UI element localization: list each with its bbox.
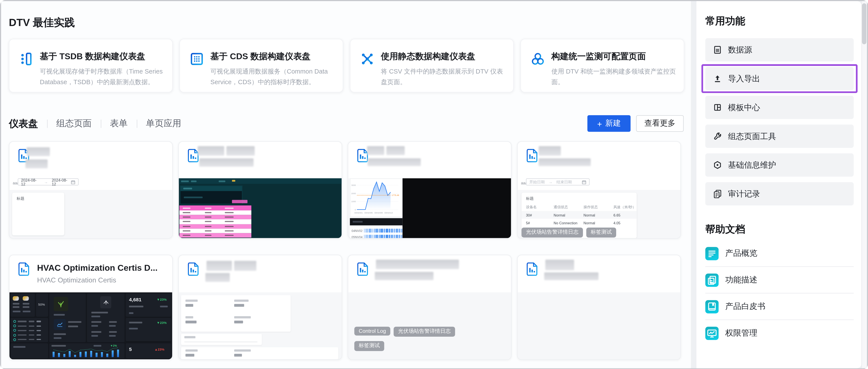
best-practice-card[interactable]: 使用静态数据构建仪表盘将 CSV 文件中的静态数据展示到 DTV 仪表盘页面。	[350, 39, 514, 93]
heatmap-cell	[391, 229, 393, 233]
heatmap-cell	[401, 235, 403, 238]
best-practice-desc: 将 CSV 文件中的静态数据展示到 DTV 仪表盘页面。	[381, 66, 505, 87]
tag-badge: 标签测试	[586, 227, 616, 237]
unified-monitor-icon	[530, 52, 545, 66]
table-cell: Normal	[583, 213, 613, 217]
area-chart-panel: 01000200030001775.48Dimen01Dimen05Dimen0…	[350, 178, 402, 217]
best-practice-title: 基于 CDS 数据构建仪表盘	[210, 51, 335, 63]
list-row	[13, 325, 41, 327]
sidebar-item-基础信息维护[interactable]: 基础信息维护	[705, 153, 854, 177]
tab-separator	[47, 119, 48, 128]
new-button[interactable]: +新建	[587, 115, 630, 132]
sidebar-item-组态页面工具[interactable]: 组态页面工具	[705, 125, 854, 148]
kpi-delta: ▼23%	[157, 298, 166, 301]
card-preview: 50%	[9, 293, 172, 360]
list-row	[13, 334, 41, 336]
tab-表单[interactable]: 表单	[110, 118, 128, 129]
status-dot-icon	[13, 334, 16, 336]
best-practice-text: 基于 TSDB 数据构建仪表盘可视化展现存储于时序数据库（Time Series…	[40, 51, 164, 92]
heatmap-cell	[374, 229, 376, 233]
best-practice-text: 使用静态数据构建仪表盘将 CSV 文件中的静态数据展示到 DTV 仪表盘页面。	[381, 51, 505, 92]
help-item-label: 功能描述	[725, 275, 757, 285]
tag-badge: 光伏场站告警详情日志	[394, 327, 455, 336]
card-title: HVAC Optimization Certis D...	[37, 263, 157, 273]
dashboard-card[interactable]: aaa 2024-08-12→2024-08-12 标题	[9, 141, 173, 239]
card-tags: 标签测试	[354, 339, 388, 351]
table-cell: 6.65	[613, 213, 637, 217]
tab-组态页面[interactable]: 组态页面	[56, 118, 92, 129]
svg-text:1000: 1000	[351, 200, 356, 203]
table-header-cell: 操作状态	[583, 205, 613, 210]
base-info-icon	[713, 160, 722, 170]
best-practice-card[interactable]: 基于 TSDB 数据构建仪表盘可视化展现存储于时序数据库（Time Series…	[9, 39, 173, 93]
svg-text:Dimen01: Dimen01	[354, 212, 363, 214]
help-item-权限管理[interactable]: 权限管理	[705, 319, 854, 346]
sidebar-item-模板中心[interactable]: 模板中心	[705, 96, 854, 119]
feature-desc-icon	[705, 273, 719, 286]
config-tools-icon	[713, 132, 722, 141]
best-practice-title: 构建统一监测可配置页面	[551, 51, 676, 63]
pink-table-row	[179, 219, 251, 224]
table-header-row: 设备名通信状态操作状态风速（米/秒）	[521, 204, 637, 211]
heatmap-cell	[364, 229, 366, 233]
list-row	[13, 329, 41, 332]
dashboard-card[interactable]: HVAC Optimization Certis D... HVAC Optim…	[9, 255, 173, 360]
area-chart: 01000200030001775.48Dimen01Dimen05Dimen0…	[350, 179, 402, 217]
best-practice-text: 基于 CDS 数据构建仪表盘可视化展现通用数据服务（Common Data Se…	[210, 51, 335, 92]
dashboard-card[interactable]	[517, 255, 681, 360]
view-more-label: 查看更多	[644, 118, 675, 128]
best-practice-card[interactable]: 构建统一监测可配置页面使用 DTV 和统一监测构建多领域资产监控页面。	[520, 39, 684, 93]
heatmap-cell	[386, 229, 388, 233]
kpi-value: 5	[129, 347, 132, 352]
heatmap-cell	[384, 235, 385, 238]
help-item-产品白皮书[interactable]: 产品白皮书	[705, 293, 854, 319]
dashboard-card[interactable]: 01000200030001775.48Dimen01Dimen05Dimen0…	[348, 141, 512, 239]
heatmap-row-label: 04NV02	[350, 229, 364, 232]
table-cell: 4.05	[613, 221, 637, 224]
best-practice-card[interactable]: 基于 CDS 数据构建仪表盘可视化展现通用数据服务（Common Data Se…	[179, 39, 343, 93]
kpi-delta: ▲23%	[154, 348, 164, 351]
heatmap-cell	[374, 235, 376, 238]
dashboard-doc-icon	[526, 149, 537, 162]
heatmap-cell	[386, 235, 388, 238]
table-cell: Normal	[554, 213, 584, 217]
tab-单页应用[interactable]: 单页应用	[146, 118, 181, 129]
dashboard-card[interactable]	[178, 255, 342, 360]
best-practice-desc: 可视化展现存储于时序数据库（Time Series Database，TSDB）…	[40, 66, 164, 87]
dashboard-card[interactable]: Control Log光伏场站告警详情日志 标签测试	[348, 255, 512, 360]
tag-badge: 标签测试	[354, 341, 384, 351]
pink-table	[179, 206, 251, 238]
cds-grid-icon	[189, 52, 204, 66]
content-tabs: 仪表盘组态页面表单单页应用	[9, 115, 190, 132]
status-dot-icon	[13, 329, 16, 332]
dashboard-card[interactable]	[178, 141, 342, 239]
datasource-icon	[713, 45, 722, 54]
svg-text:Dimen09: Dimen09	[375, 212, 383, 214]
permission-icon	[705, 327, 719, 340]
dashboard-card[interactable]: aaa 开始日期→结束日期 标题 设备名通信状态操作状态风速（米/秒）30#No…	[517, 141, 681, 239]
help-item-label: 产品概览	[725, 248, 757, 258]
help-item-产品概览[interactable]: 产品概览	[705, 240, 854, 267]
heatmap-row: 05NV04	[350, 234, 402, 238]
sidebar-item-label: 数据源	[728, 44, 752, 55]
heatmap-cell	[379, 229, 381, 233]
calendar-icon	[71, 180, 75, 184]
heatmap-cell	[396, 235, 398, 238]
card-tags: 光伏场站告警详情日志标签测试	[521, 226, 619, 237]
sidebar-item-数据源[interactable]: 数据源	[705, 38, 854, 61]
heatmap-cell	[371, 235, 373, 238]
app-window: DTV 最佳实践 基于 TSDB 数据构建仪表盘可视化展现存储于时序数据库（Ti…	[0, 0, 868, 369]
tab-仪表盘[interactable]: 仪表盘	[9, 117, 38, 130]
heatmap-cell	[366, 229, 368, 233]
view-more-button[interactable]: 查看更多	[636, 115, 684, 132]
svg-text:0: 0	[354, 209, 356, 211]
sidebar-item-导入导出[interactable]: 导入导出	[705, 67, 854, 90]
sidebar-item-label: 模板中心	[728, 102, 760, 113]
sidebar-item-审计记录[interactable]: 审计记录	[705, 182, 854, 206]
help-item-功能描述[interactable]: 功能描述	[705, 267, 854, 293]
card-subtitle: HVAC Optimization Certis	[37, 276, 116, 284]
heatmap-cell	[369, 235, 371, 238]
heatmap-cell	[394, 235, 395, 238]
svg-text:1775.48: 1775.48	[392, 194, 399, 196]
scrollbar-thumb[interactable]	[862, 3, 866, 44]
